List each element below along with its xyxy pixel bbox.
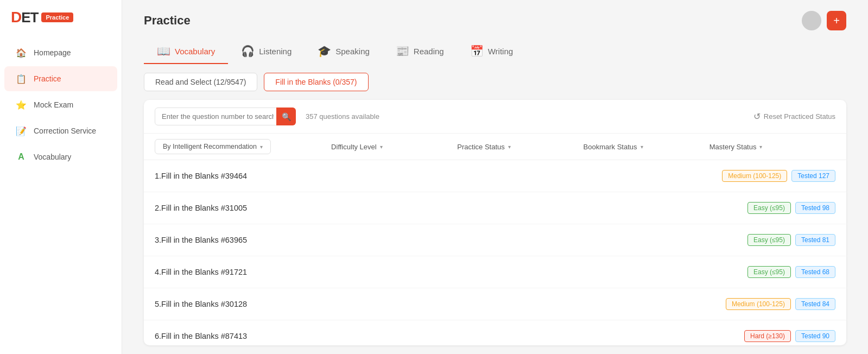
notification-icon: + [833,15,840,27]
chevron-down-icon-recommendation: ▾ [260,144,263,150]
search-input-wrap: 🔍 [155,108,296,125]
speaking-tab-label: Speaking [335,47,370,56]
filter-mastery-label: Mastery Status [709,143,757,151]
sidebar-item-homepage[interactable]: 🏠 Homepage [4,40,117,65]
sidebar-item-label-practice: Practice [34,74,61,83]
listening-tab-label: Listening [259,47,292,56]
question-row[interactable]: 1.Fill in the Blanks #39464 Medium (100-… [144,160,846,192]
reset-icon: ↺ [753,111,761,122]
sidebar-item-correction-service[interactable]: 📝 Correction Service [4,118,117,143]
filter-col-bookmark: Bookmark Status ▾ [584,143,709,151]
reading-tab-label: Reading [414,47,444,56]
question-meta: Easy (≤95) Tested 81 [747,234,835,246]
mock-exam-icon: ⭐ [15,99,27,111]
sidebar-item-practice[interactable]: 📋 Practice [4,66,117,91]
tab-vocabulary[interactable]: 📖 Vocabulary [144,39,228,64]
tested-badge: Tested 68 [795,266,835,278]
question-title: 2.Fill in the Blanks #31005 [155,204,247,212]
chevron-down-icon-practice: ▾ [508,144,511,150]
correction-icon: 📝 [15,125,27,137]
sub-tab-read-and-select[interactable]: Read and Select (12/9547) [144,73,257,91]
tested-badge: Tested 98 [795,202,835,214]
questions-panel: 🔍 357 questions available ↺ Reset Practi… [144,100,846,345]
listening-tab-icon: 🎧 [241,45,255,58]
reading-tab-icon: 📰 [396,45,409,58]
vocabulary-tab-label: Vocabulary [175,47,215,56]
question-row[interactable]: 3.Fill in the Blanks #63965 Easy (≤95) T… [144,224,846,256]
filter-recommendation[interactable]: By Intelligent Recommendation ▾ [155,139,271,154]
difficulty-badge: Easy (≤95) [747,234,791,246]
sidebar-nav: 🏠 Homepage 📋 Practice ⭐ Mock Exam 📝 Corr… [0,35,122,175]
filter-bookmark-label: Bookmark Status [584,143,637,151]
difficulty-badge: Easy (≤95) [747,266,791,278]
sidebar-item-mock-exam[interactable]: ⭐ Mock Exam [4,92,117,117]
question-title: 1.Fill in the Blanks #39464 [155,172,247,180]
main-content: Practice + 📖 Vocabulary 🎧 Listening 🎓 Sp… [122,0,868,354]
filter-col-mastery: Mastery Status ▾ [709,143,835,151]
homepage-icon: 🏠 [15,47,27,59]
tested-badge: Tested 84 [795,298,835,310]
panel-toolbar: 🔍 357 questions available ↺ Reset Practi… [144,100,846,134]
sidebar: DET Practice 🏠 Homepage 📋 Practice ⭐ Moc… [0,0,122,354]
difficulty-badge: Easy (≤95) [747,202,791,214]
filter-bookmark-status[interactable]: Bookmark Status ▾ [584,143,643,151]
search-button[interactable]: 🔍 [276,108,296,125]
tab-listening[interactable]: 🎧 Listening [228,39,305,64]
writing-tab-icon: 📅 [470,45,484,58]
difficulty-badge: Medium (100-125) [726,298,791,310]
vocabulary-tab-icon: 📖 [157,45,170,58]
filter-recommendation-label: By Intelligent Recommendation [163,143,257,150]
logo-badge: Practice [41,12,73,22]
question-title: 3.Fill in the Blanks #63965 [155,236,247,244]
vocabulary-icon: A [15,151,27,163]
filter-col-recommendation: By Intelligent Recommendation ▾ [155,139,331,154]
tab-reading[interactable]: 📰 Reading [383,39,457,64]
filter-row: By Intelligent Recommendation ▾ Difficul… [144,134,846,160]
filter-practice-status-label: Practice Status [457,143,504,151]
question-meta: Easy (≤95) Tested 98 [747,202,835,214]
question-title: 6.Fill in the Blanks #87413 [155,332,247,340]
tab-speaking[interactable]: 🎓 Speaking [305,39,383,64]
header-right: + [802,11,846,30]
chevron-down-icon-difficulty: ▾ [380,144,383,150]
filter-mastery-status[interactable]: Mastery Status ▾ [709,143,763,151]
reset-practiced-status-button[interactable]: ↺ Reset Practiced Status [753,111,835,122]
tab-writing[interactable]: 📅 Writing [457,39,526,64]
question-title: 5.Fill in the Blanks #30128 [155,300,247,308]
sidebar-item-label-mock: Mock Exam [34,100,73,109]
question-meta: Easy (≤95) Tested 68 [747,266,835,278]
writing-tab-label: Writing [488,47,513,56]
sub-tabs: Read and Select (12/9547) Fill in the Bl… [144,73,846,91]
search-input[interactable] [155,108,296,125]
reset-label: Reset Practiced Status [764,112,835,121]
sidebar-item-label-vocab: Vocabulary [34,153,71,161]
question-meta: Medium (100-125) Tested 84 [726,298,835,310]
question-title: 4.Fill in the Blanks #91721 [155,268,247,276]
question-row[interactable]: 5.Fill in the Blanks #30128 Medium (100-… [144,288,846,320]
filter-practice-status[interactable]: Practice Status ▾ [457,143,510,151]
sidebar-item-label-homepage: Homepage [34,48,71,57]
chevron-down-icon-bookmark: ▾ [641,144,643,150]
sub-tab-fill-in-blanks[interactable]: Fill in the Blanks (0/357) [264,73,368,91]
tested-badge: Tested 127 [791,170,835,182]
practice-icon: 📋 [15,73,27,85]
speaking-tab-icon: 🎓 [318,45,331,58]
logo-d: D [11,9,21,26]
filter-difficulty[interactable]: Difficulty Level ▾ [331,143,383,151]
question-row[interactable]: 6.Fill in the Blanks #87413 Hard (≥130) … [144,320,846,345]
difficulty-badge: Hard (≥130) [744,330,791,342]
sidebar-item-vocabulary[interactable]: A Vocabulary [4,144,117,169]
content-area: Read and Select (12/9547) Fill in the Bl… [122,64,868,354]
user-avatar[interactable] [802,11,821,30]
tested-badge: Tested 90 [795,330,835,342]
logo: DET Practice [0,0,122,35]
notification-button[interactable]: + [827,11,846,30]
tab-nav: 📖 Vocabulary 🎧 Listening 🎓 Speaking 📰 Re… [122,30,868,64]
search-icon: 🔍 [282,112,291,121]
question-row[interactable]: 2.Fill in the Blanks #31005 Easy (≤95) T… [144,192,846,224]
question-row[interactable]: 4.Fill in the Blanks #91721 Easy (≤95) T… [144,256,846,288]
main-header: Practice + [122,0,868,30]
search-area: 🔍 357 questions available [155,108,379,125]
question-list: 1.Fill in the Blanks #39464 Medium (100-… [144,160,846,345]
filter-col-difficulty: Difficulty Level ▾ [331,143,457,151]
